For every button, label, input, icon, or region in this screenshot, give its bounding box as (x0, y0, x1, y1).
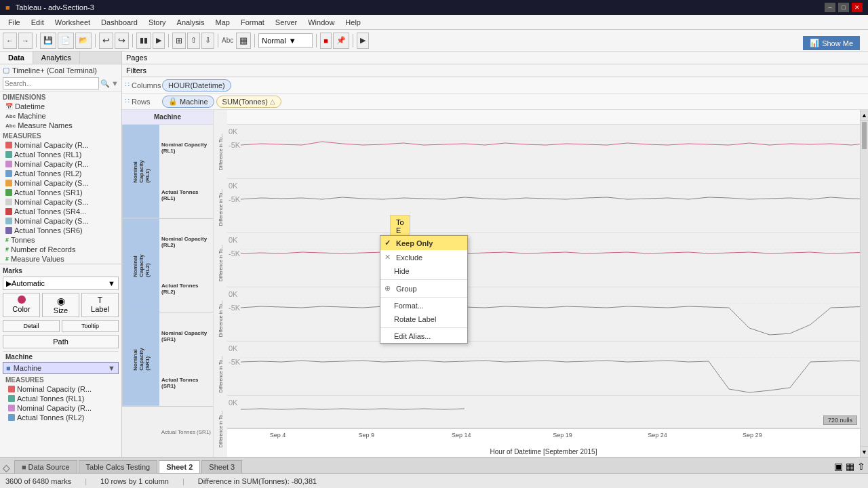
menu-bar: File Edit Worksheet Dashboard Story Anal… (0, 15, 868, 30)
mark-tooltip[interactable]: Tooltip (62, 320, 119, 332)
menu-worksheet[interactable]: Worksheet (50, 17, 96, 28)
normal-dropdown[interactable]: Normal ▼ (258, 33, 313, 48)
measure-item[interactable]: Nominal Capacity (R... (0, 159, 121, 169)
toolbar-pause[interactable]: ▮▮ (136, 33, 151, 49)
menu-edit[interactable]: Edit (26, 17, 50, 28)
scroll-down[interactable]: ▼ (861, 446, 868, 457)
toolbar-group[interactable]: ⊞ (172, 33, 186, 49)
menu-story[interactable]: Story (143, 17, 172, 28)
duplicate-sheet-icon[interactable]: ▦ (846, 461, 854, 472)
measure-item[interactable]: Nominal Capacity (S... (0, 216, 121, 226)
tab-analytics[interactable]: Analytics (33, 52, 80, 64)
toolbar-sort-desc[interactable]: ⇩ (201, 33, 214, 49)
measure-item[interactable]: Actual Tonnes (RL2) (0, 169, 121, 178)
toolbar-present[interactable]: ▶ (357, 33, 369, 49)
measure-item[interactable]: Actual Tonnes (RL1) (0, 150, 121, 159)
y-label-text-4: Difference in To... (218, 300, 223, 337)
tab-data-source[interactable]: ■ Data Source (14, 460, 77, 473)
toolbar-sort-asc[interactable]: ⇧ (187, 33, 200, 49)
share-sheet-icon[interactable]: ⇧ (857, 461, 865, 472)
measure-item[interactable]: Actual Tonnes (SR4... (0, 207, 121, 216)
toolbar-redo[interactable]: ↪ (115, 33, 129, 49)
mark-detail[interactable]: Detail (3, 320, 60, 332)
new-datasource-icon[interactable]: ◇ (3, 462, 10, 473)
toolbar-open[interactable]: 📂 (75, 33, 92, 49)
maximize-btn[interactable]: □ (838, 3, 849, 12)
toolbar-forward[interactable]: → (18, 33, 33, 49)
dimensions-label: Dimensions (0, 92, 121, 102)
toolbar-back[interactable]: ← (3, 33, 17, 49)
rows-pill-machine[interactable]: 🔒 Machine (162, 96, 214, 108)
machine-measures-list: Nominal Capacity (R...Actual Tonnes (RL1… (3, 384, 119, 422)
ctx-hide[interactable]: Hide (380, 264, 467, 278)
toolbar-pin[interactable]: 📌 (333, 33, 349, 49)
rows-pill-machine-label: Machine (180, 98, 208, 106)
special-measure-item[interactable]: #Number of Records (0, 245, 121, 254)
field-measure-names[interactable]: Abc Measure Names (0, 121, 121, 130)
menu-format[interactable]: Format (235, 17, 270, 28)
mark-path[interactable]: Path (3, 335, 119, 348)
toolbar-save[interactable]: 💾 (40, 33, 56, 49)
field-datetime[interactable]: 📅 Datetime (0, 102, 121, 111)
ctx-format[interactable]: Format... (380, 299, 467, 312)
toolbar-run[interactable]: ▶ (153, 33, 165, 49)
right-scrollbar[interactable]: ▲ ▼ (860, 110, 868, 457)
measure-item[interactable]: Nominal Capacity (S... (0, 178, 121, 188)
rows-icon: ∷ (125, 97, 130, 106)
toolbar-color[interactable]: ■ (320, 33, 332, 49)
tab-sheet2[interactable]: Sheet 2 (159, 460, 200, 473)
menu-analysis[interactable]: Analysis (172, 17, 210, 28)
tab-data[interactable]: Data (0, 52, 33, 64)
ctx-keep-only[interactable]: Keep Only (380, 236, 467, 250)
nominal-capacity-rl1-label: Nominal Capacity (RL1) (159, 125, 213, 171)
minimize-btn[interactable]: – (825, 3, 835, 12)
ctx-rotate-label[interactable]: Rotate Label (380, 312, 467, 326)
machine-measure-item[interactable]: Actual Tonnes (RL2) (3, 413, 119, 422)
special-measure-item[interactable]: #Measure Values (0, 254, 121, 264)
tab-table-calcs[interactable]: Table Calcs Testing (79, 460, 158, 473)
mark-size[interactable]: ◉ Size (42, 293, 79, 317)
marks-title: Marks (3, 267, 119, 274)
mark-label[interactable]: T Label (81, 293, 119, 317)
machine-measure-item[interactable]: Nominal Capacity (R... (3, 403, 119, 413)
popup-text: ToE (396, 218, 404, 235)
expand-icon[interactable]: ▼ (111, 79, 119, 87)
special-measure-item[interactable]: #Tonnes (0, 235, 121, 245)
y-label-text-1: Difference in To... (218, 134, 223, 170)
measure-item[interactable]: Actual Tonnes (SR1) (0, 188, 121, 197)
mark-color[interactable]: Color (3, 293, 40, 317)
scroll-thumb[interactable] (862, 122, 867, 149)
menu-map[interactable]: Map (210, 17, 235, 28)
menu-window[interactable]: Window (302, 17, 340, 28)
columns-pill[interactable]: HOUR(Datetime) (162, 79, 231, 92)
menu-server[interactable]: Server (270, 17, 302, 28)
menu-file[interactable]: File (3, 17, 26, 28)
row-group-sr1: NominalCapacity(SR1) Nominal Capacity (S… (122, 312, 213, 407)
special-measures-list: #Tonnes#Number of Records#Measure Values (0, 235, 121, 264)
show-me-button[interactable]: 📊 Show Me (803, 36, 860, 50)
scroll-up[interactable]: ▲ (861, 110, 868, 121)
tab-sheet3[interactable]: Sheet 3 (201, 460, 242, 473)
field-machine[interactable]: Abc Machine (0, 111, 121, 121)
close-btn[interactable]: ✕ (852, 3, 863, 12)
toolbar-marks[interactable]: ▦ (236, 33, 251, 49)
machine-row[interactable]: ■ Machine ▼ (3, 362, 119, 374)
search-input[interactable] (3, 77, 99, 89)
measure-item[interactable]: Nominal Capacity (R... (0, 140, 121, 150)
rows-pill-tonnes[interactable]: SUM(Tonnes) △ (216, 96, 281, 108)
marks-type-selector[interactable]: ▶ Automatic ▼ (3, 277, 119, 290)
ctx-group[interactable]: Group (380, 281, 467, 296)
sr1-sub-labels: Nominal Capacity (SR1) Actual Tonnes (SR… (159, 312, 213, 406)
toolbar-new[interactable]: 📄 (58, 33, 74, 49)
measure-item[interactable]: Nominal Capacity (S... (0, 197, 121, 207)
menu-dashboard[interactable]: Dashboard (96, 17, 143, 28)
menu-help[interactable]: Help (340, 17, 366, 28)
data-source-item[interactable]: ▢ Timeline+ (Coal Terminal) (0, 64, 121, 76)
machine-measure-item[interactable]: Actual Tonnes (RL1) (3, 394, 119, 403)
machine-measure-item[interactable]: Nominal Capacity (R... (3, 384, 119, 394)
ctx-edit-alias[interactable]: Edit Alias... (380, 329, 467, 343)
new-sheet-icon[interactable]: ▣ (834, 461, 843, 472)
toolbar-undo[interactable]: ↩ (99, 33, 113, 49)
ctx-exclude[interactable]: Exclude (380, 250, 467, 264)
measure-item[interactable]: Actual Tonnes (SR6) (0, 226, 121, 235)
